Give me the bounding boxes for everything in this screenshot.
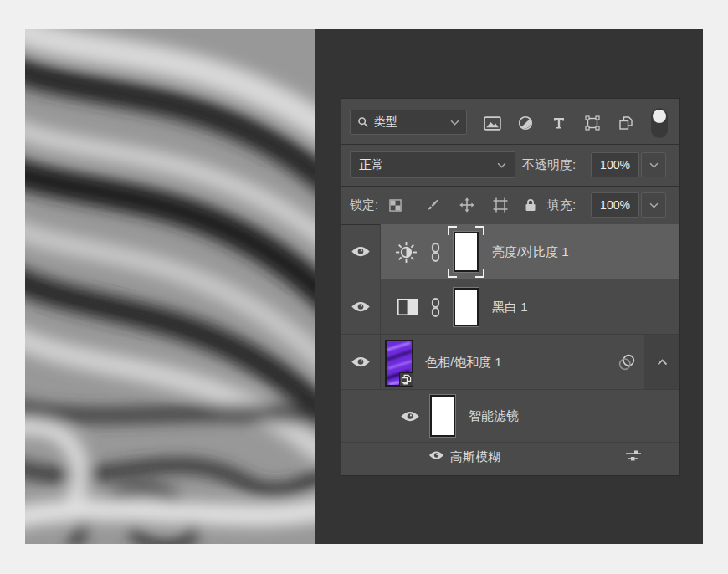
screenshot-root: 类型 (0, 0, 728, 574)
toggle-knob (653, 110, 666, 123)
mask-link-icon[interactable] (430, 243, 441, 262)
lock-artboard-icon[interactable] (491, 197, 510, 213)
shape-layers-filter-icon[interactable] (580, 112, 605, 134)
visibility-toggle[interactable] (341, 224, 381, 279)
smart-filters-label: 智能滤镜 (469, 408, 519, 424)
eye-icon (400, 410, 420, 423)
blend-mode-select[interactable]: 正常 (350, 151, 515, 178)
lock-fill-row: 锁定: (341, 186, 679, 225)
search-icon (357, 116, 369, 128)
layer-mask-thumbnail[interactable] (454, 232, 479, 272)
smart-filters-row[interactable]: 智能滤镜 (341, 390, 679, 442)
layer-filter-bar: 类型 (341, 99, 679, 145)
layer-name[interactable]: 色相/饱和度 1 (425, 355, 502, 371)
lock-transparency-icon[interactable] (386, 197, 404, 213)
opacity-label: 不透明度: (522, 157, 576, 173)
chevron-down-icon (497, 162, 506, 168)
smart-filter-effects-icon[interactable] (618, 353, 636, 372)
smart-objects-filter-icon[interactable] (613, 112, 638, 134)
visibility-toggle[interactable] (341, 335, 381, 389)
layers-list: 亮度/对比度 1 (341, 224, 679, 475)
layer-row-black-white[interactable]: 黑白 1 (341, 279, 679, 335)
layers-panel: 类型 (341, 99, 679, 475)
smart-filter-item-row[interactable]: 高斯模糊 (341, 442, 679, 470)
mask-link-icon[interactable] (430, 298, 441, 317)
eye-icon (428, 450, 444, 460)
opacity-dropdown-button[interactable] (641, 152, 666, 177)
lock-label: 锁定: (350, 197, 378, 213)
collapse-effects-button[interactable] (644, 335, 679, 389)
smart-filter-name[interactable]: 高斯模糊 (450, 449, 500, 465)
layer-name[interactable]: 亮度/对比度 1 (492, 244, 569, 260)
chevron-up-icon (657, 359, 668, 366)
fill-label: 填充: (547, 197, 576, 213)
lock-position-move-icon[interactable] (458, 197, 476, 213)
pixel-layers-filter-icon[interactable] (479, 112, 505, 134)
fill-dropdown-button[interactable] (641, 192, 666, 218)
layer-row-brightness-contrast[interactable]: 亮度/对比度 1 (341, 224, 679, 279)
smart-object-badge-icon (399, 372, 413, 387)
smart-object-thumbnail[interactable] (385, 340, 413, 387)
eye-icon (351, 245, 371, 258)
silk-image[interactable] (25, 29, 315, 544)
type-layers-filter-icon[interactable] (546, 112, 572, 134)
filter-type-label: 类型 (374, 115, 397, 130)
lock-all-padlock-icon[interactable] (521, 197, 540, 213)
blend-mode-value: 正常 (359, 157, 384, 173)
layer-name[interactable]: 黑白 1 (492, 300, 528, 315)
opacity-value-box[interactable]: 100% (591, 152, 639, 177)
filter-mask-thumbnail[interactable] (430, 395, 455, 437)
adjustment-layers-filter-icon[interactable] (513, 112, 538, 134)
chevron-down-icon (649, 202, 659, 208)
filter-type-select[interactable]: 类型 (350, 110, 467, 135)
blend-opacity-row: 正常 不透明度: 100% (341, 144, 679, 187)
brightness-contrast-icon[interactable] (395, 241, 418, 264)
visibility-toggle[interactable] (428, 450, 444, 460)
visibility-toggle[interactable] (400, 410, 420, 423)
chevron-down-icon (649, 162, 659, 168)
eye-icon (351, 356, 371, 368)
eye-icon (351, 300, 371, 313)
lock-pixels-brush-icon[interactable] (423, 197, 442, 213)
layer-row-hue-saturation[interactable]: 色相/饱和度 1 (341, 335, 679, 390)
visibility-toggle[interactable] (341, 279, 381, 334)
fill-value: 100% (600, 198, 630, 212)
layer-filtering-toggle[interactable] (651, 108, 668, 138)
opacity-value: 100% (600, 158, 630, 172)
filter-blending-options-icon[interactable] (624, 449, 643, 463)
layer-mask-thumbnail[interactable] (454, 288, 479, 326)
black-white-adjustment-icon[interactable] (397, 298, 418, 316)
fill-value-box[interactable]: 100% (591, 192, 639, 218)
chevron-down-icon (450, 120, 459, 126)
